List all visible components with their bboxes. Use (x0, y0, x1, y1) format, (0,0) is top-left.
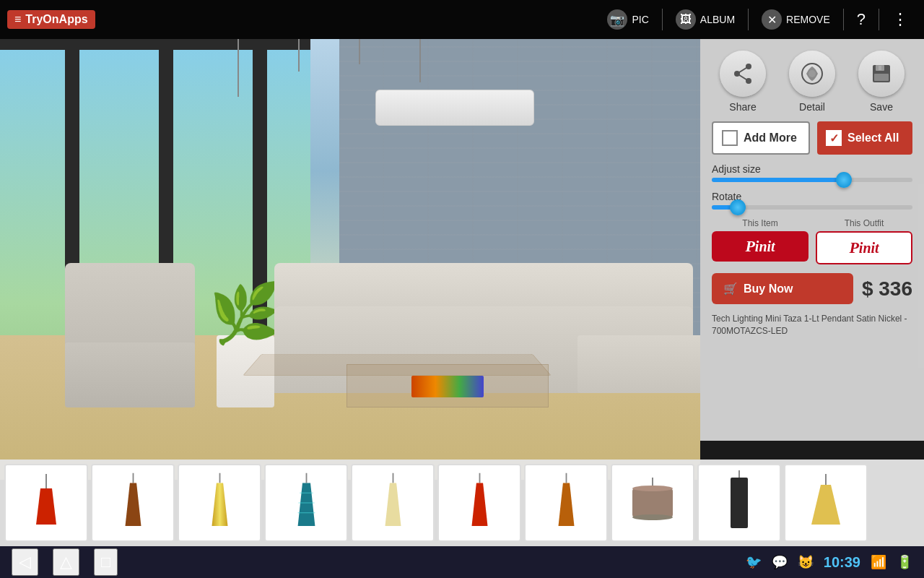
pinit-row: This Item Pinit This Outfit Pinit (712, 218, 912, 264)
recent-icon: □ (101, 553, 110, 571)
detail-button[interactable]: Detail (789, 51, 835, 113)
thumbnail-5[interactable] (351, 464, 435, 542)
album-button[interactable]: 🖼 ALBUM (667, 5, 744, 34)
svg-marker-26 (471, 483, 487, 527)
thumbnail-7[interactable] (524, 464, 608, 542)
svg-point-6 (808, 70, 816, 77)
toolbar: ≡ TryOnApps 📷 PIC 🖼 ALBUM ✕ REMOVE ? ⋮ (0, 0, 924, 39)
rotate-control: Rotate (712, 191, 912, 210)
pic-button[interactable]: 📷 PIC (598, 5, 657, 34)
divider1 (662, 9, 663, 30)
svg-point-31 (632, 486, 673, 491)
pendant-3[interactable] (338, 39, 381, 169)
more-button[interactable]: ⋮ (884, 6, 917, 33)
recent-apps-button[interactable]: □ (94, 548, 118, 576)
share-label: Share (729, 101, 756, 113)
select-all-label: Select All (847, 131, 899, 144)
sofa-chaise (578, 335, 700, 393)
main-scene: 🌿 (0, 39, 700, 480)
more-icon: ⋮ (892, 10, 908, 29)
area-rug (243, 354, 552, 376)
add-more-button[interactable]: Add More (712, 121, 810, 155)
help-icon: ? (857, 10, 866, 29)
thumbnail-3[interactable] (178, 464, 261, 542)
remove-button[interactable]: ✕ REMOVE (753, 5, 839, 34)
home-button[interactable]: △ (53, 548, 79, 576)
buy-now-button[interactable]: 🛒 Buy Now (712, 273, 853, 304)
select-checkbox: ✓ (826, 130, 842, 146)
adjust-size-control: Adjust size (712, 163, 912, 182)
svg-marker-28 (558, 483, 574, 527)
menu-icon[interactable]: ≡ (14, 13, 21, 26)
price-display: $ 336 (862, 277, 912, 301)
thumbnail-4[interactable] (264, 464, 348, 542)
twitter-icon: 🐦 (746, 554, 762, 570)
this-outfit-col: This Outfit Pinit (816, 218, 912, 264)
buy-now-label: Buy Now (744, 282, 793, 296)
wifi-icon: 📶 (871, 554, 886, 570)
svg-rect-10 (879, 66, 881, 70)
save-icon (858, 51, 905, 97)
app-logo[interactable]: ≡ TryOnApps (7, 10, 95, 29)
detail-icon (789, 51, 835, 97)
thumbnail-1[interactable] (4, 464, 88, 542)
this-outfit-label: This Outfit (845, 218, 884, 228)
album-label: ALBUM (700, 14, 735, 25)
back-button[interactable]: ◁ (12, 548, 38, 576)
adjust-size-label: Adjust size (712, 163, 912, 175)
armchair (65, 249, 209, 407)
svg-line-4 (737, 74, 749, 81)
buy-row: 🛒 Buy Now $ 336 (712, 273, 912, 304)
share-button[interactable]: Share (720, 51, 766, 113)
pendant-1[interactable] (217, 39, 260, 169)
svg-marker-24 (385, 483, 401, 527)
home-icon: △ (60, 553, 72, 571)
pic-label: PIC (632, 14, 648, 25)
size-slider[interactable] (712, 178, 912, 182)
svg-marker-17 (212, 483, 227, 527)
divider3 (843, 9, 844, 30)
svg-marker-14 (125, 483, 141, 527)
save-label: Save (870, 101, 893, 113)
product-name: Tech Lighting Mini Taza 1-Lt Pendant Sat… (712, 314, 907, 336)
save-button[interactable]: Save (858, 51, 905, 113)
user-icon: 😺 (798, 554, 814, 570)
pinit-outfit-button[interactable]: Pinit (816, 231, 912, 264)
armchair-seat (65, 342, 195, 407)
product-info: Tech Lighting Mini Taza 1-Lt Pendant Sat… (712, 313, 912, 337)
help-button[interactable]: ? (848, 6, 874, 33)
select-all-button[interactable]: ✓ Select All (817, 121, 912, 155)
svg-rect-9 (874, 74, 889, 81)
svg-marker-36 (811, 485, 840, 525)
battery-icon: 🔋 (897, 554, 912, 570)
thumbnail-2[interactable] (91, 464, 175, 542)
chat-icon: 💬 (772, 554, 788, 570)
remove-label: REMOVE (786, 14, 830, 25)
action-row: Share Detail Save (712, 51, 912, 113)
rotate-slider[interactable] (712, 205, 912, 210)
detail-label: Detail (799, 101, 825, 113)
thumbnail-9[interactable] (697, 464, 781, 542)
camera-icon: 📷 (607, 9, 627, 30)
app-name: TryOnApps (25, 13, 87, 26)
this-item-label: This Item (742, 218, 777, 228)
thumbnail-8[interactable] (611, 464, 694, 542)
plant: 🌿 (209, 285, 282, 407)
right-panel: Share Detail Save (700, 39, 924, 441)
pinit-item-button[interactable]: Pinit (712, 231, 808, 262)
share-icon (720, 51, 766, 97)
thumbnail-6[interactable] (437, 464, 521, 542)
divider2 (748, 9, 749, 30)
pendant-2[interactable] (277, 39, 321, 169)
add-checkbox (722, 130, 738, 146)
svg-rect-30 (632, 488, 673, 517)
thumbnail-10[interactable] (784, 464, 868, 542)
pendant-4[interactable] (398, 39, 442, 169)
remove-icon: ✕ (762, 9, 782, 30)
select-row: Add More ✓ Select All (712, 121, 912, 155)
svg-line-3 (737, 66, 749, 74)
svg-marker-12 (36, 488, 56, 525)
album-icon: 🖼 (676, 9, 696, 30)
svg-point-32 (632, 514, 673, 520)
status-bar: ◁ △ □ 🐦 💬 😺 10:39 📶 🔋 (0, 546, 924, 578)
